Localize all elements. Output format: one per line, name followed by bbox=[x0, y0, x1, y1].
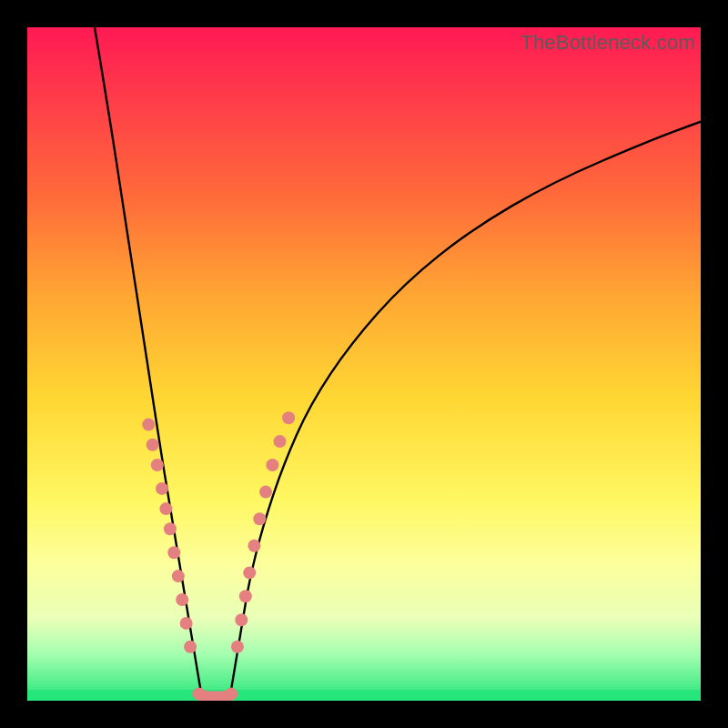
right-curve bbox=[229, 122, 701, 701]
chart-svg bbox=[27, 27, 701, 701]
marker-dot bbox=[248, 540, 260, 552]
chart-frame: TheBottleneck.com bbox=[27, 27, 701, 701]
marker-dot bbox=[151, 459, 164, 471]
marker-dot bbox=[231, 641, 244, 653]
marker-dot bbox=[235, 613, 248, 626]
marker-dot bbox=[274, 435, 287, 448]
marker-dot bbox=[172, 570, 185, 582]
marker-dot bbox=[142, 419, 155, 431]
marker-dot bbox=[266, 459, 278, 471]
marker-dot bbox=[259, 486, 272, 499]
marker-dot bbox=[159, 502, 172, 515]
marker-dot bbox=[282, 411, 295, 424]
marker-dot bbox=[184, 641, 197, 653]
watermark-text: TheBottleneck.com bbox=[521, 31, 695, 55]
marker-dot bbox=[253, 512, 266, 525]
marker-dot bbox=[156, 482, 168, 495]
marker-dots bbox=[142, 411, 295, 701]
marker-dot bbox=[243, 566, 256, 579]
marker-dot bbox=[147, 439, 159, 451]
marker-dot bbox=[239, 590, 252, 602]
marker-dot bbox=[176, 593, 188, 606]
marker-dot bbox=[225, 688, 238, 701]
marker-dot bbox=[167, 546, 180, 559]
marker-dot bbox=[164, 522, 177, 535]
marker-dot bbox=[180, 617, 193, 630]
